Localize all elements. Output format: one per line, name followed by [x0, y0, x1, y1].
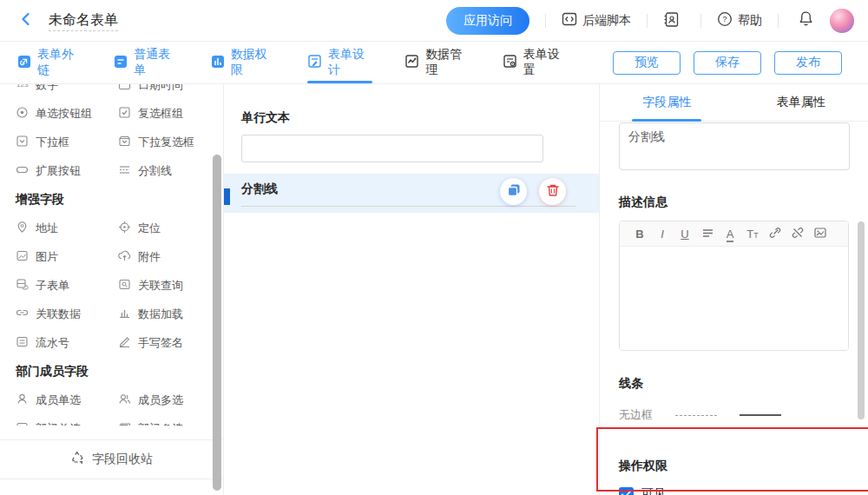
- delete-field-button[interactable]: [539, 178, 566, 205]
- description-heading: 描述信息: [619, 195, 849, 210]
- trash-icon: [546, 183, 560, 201]
- visible-checkbox-row[interactable]: 可见: [619, 486, 849, 495]
- permission-heading: 操作权限: [619, 459, 849, 474]
- nav-item-form-design[interactable]: 表单设计: [307, 42, 376, 83]
- field-type-dept-single[interactable]: 部门单选: [16, 414, 118, 426]
- svg-text:?: ?: [722, 14, 727, 23]
- visible-checkbox[interactable]: [619, 487, 634, 495]
- data-load-icon: [118, 307, 138, 322]
- field-type-datetime[interactable]: 日期时间: [118, 84, 214, 99]
- field-type-serial-number[interactable]: 流水号: [16, 328, 118, 357]
- contacts-button[interactable]: [663, 11, 685, 30]
- field-type-subform[interactable]: 子表单: [16, 271, 118, 300]
- nav-label: 表单外链: [37, 47, 85, 78]
- field-type-divider[interactable]: 分割线: [118, 156, 214, 185]
- canvas-field-text[interactable]: 单行文本: [224, 110, 599, 162]
- line-option-solid[interactable]: [740, 414, 781, 416]
- sidebar-scrollbar[interactable]: [213, 155, 221, 491]
- field-type-image[interactable]: 图片: [16, 242, 118, 271]
- member-multi-icon: [118, 393, 138, 408]
- line-option-none[interactable]: 无边框: [619, 407, 653, 423]
- align-icon[interactable]: [696, 228, 719, 241]
- bar-chart-icon: [211, 55, 231, 71]
- external-link-icon: [17, 55, 37, 71]
- serial-number-icon: [16, 335, 36, 351]
- bold-icon[interactable]: B: [628, 228, 651, 241]
- help-button[interactable]: ? 帮助: [717, 11, 762, 30]
- field-type-linked-data[interactable]: 关联数据: [16, 300, 118, 328]
- address-book-icon: [663, 11, 685, 30]
- number-icon: 123: [16, 84, 36, 93]
- field-type-linked-query[interactable]: 关联查询: [118, 271, 214, 300]
- backend-script-label: 后端脚本: [582, 13, 631, 29]
- field-type-address[interactable]: 地址: [16, 214, 118, 242]
- section-header-dept-member-fields: 部门成员字段: [16, 357, 223, 386]
- field-type-member-multi[interactable]: 成员多选: [118, 386, 214, 414]
- user-avatar[interactable]: [830, 9, 854, 33]
- panel-scrollbar[interactable]: [858, 221, 865, 419]
- copy-field-button[interactable]: [500, 178, 527, 205]
- field-type-multi-dropdown[interactable]: 下拉复选框: [118, 128, 214, 156]
- field-recycle-bin[interactable]: 字段回收站: [0, 439, 223, 479]
- properties-panel: 字段属性 表单属性 分割线 描述信息 B I U A TT: [599, 84, 868, 494]
- nav-item-data-manage[interactable]: 数据管理: [404, 42, 473, 83]
- nav-label: 普通表单: [134, 47, 181, 78]
- field-type-radio-group[interactable]: 单选按钮组: [16, 99, 118, 128]
- back-button[interactable]: [16, 10, 36, 31]
- divider: [778, 14, 779, 28]
- dropdown-icon: [16, 135, 36, 150]
- dept-multi-icon: [118, 421, 138, 426]
- insert-image-icon[interactable]: [809, 227, 832, 241]
- svg-text:123: 123: [16, 84, 29, 89]
- tab-form-properties[interactable]: 表单属性: [734, 84, 868, 121]
- app-access-button[interactable]: 应用访问: [446, 7, 529, 35]
- nav-item-external-link[interactable]: 表单外链: [17, 42, 85, 83]
- publish-button[interactable]: 发布: [774, 51, 842, 75]
- italic-icon[interactable]: I: [651, 228, 674, 241]
- notifications-button[interactable]: [798, 10, 814, 30]
- nav-item-data-permission[interactable]: 数据权限: [211, 42, 279, 83]
- form-settings-icon: [503, 54, 523, 71]
- document-icon: [114, 55, 134, 71]
- linked-data-icon: [16, 307, 36, 322]
- form-title[interactable]: 未命名表单: [49, 12, 118, 31]
- unlink-icon[interactable]: [786, 227, 809, 241]
- recycle-label: 字段回收站: [92, 452, 153, 467]
- nav-item-normal-form[interactable]: 普通表单: [114, 42, 181, 83]
- section-header-enhanced-fields: 增强字段: [16, 185, 223, 214]
- field-type-attachment[interactable]: 附件: [118, 242, 214, 271]
- font-color-icon[interactable]: A: [719, 228, 741, 241]
- field-type-data-load[interactable]: 数据加载: [118, 300, 214, 328]
- save-button[interactable]: 保存: [694, 51, 761, 75]
- field-type-dept-multi[interactable]: 部门多选: [118, 414, 214, 426]
- description-editor-content[interactable]: [620, 247, 848, 350]
- tab-field-properties[interactable]: 字段属性: [600, 84, 734, 121]
- field-title-input[interactable]: 分割线: [619, 122, 850, 170]
- extend-button-icon: [16, 163, 36, 179]
- field-type-checkbox-group[interactable]: 复选框组: [118, 99, 214, 128]
- visible-label: 可见: [641, 486, 666, 495]
- location-icon: [118, 221, 138, 236]
- copy-icon: [507, 183, 521, 201]
- field-type-dropdown[interactable]: 下拉框: [16, 128, 118, 156]
- field-type-signature[interactable]: 手写签名: [118, 328, 214, 357]
- underline-icon[interactable]: U: [674, 228, 696, 241]
- help-label: 帮助: [738, 13, 762, 29]
- line-heading: 线条: [619, 376, 849, 392]
- field-type-extend-button[interactable]: 扩展按钮: [16, 156, 118, 185]
- single-line-text-input[interactable]: [241, 135, 543, 162]
- form-nav-bar: 表单外链 普通表单 数据权限 表单设计 数据管理: [0, 42, 868, 84]
- field-type-location[interactable]: 定位: [118, 214, 214, 242]
- line-option-dashed[interactable]: [675, 415, 717, 416]
- image-field-icon: [16, 249, 36, 265]
- canvas-field-divider-selected[interactable]: 分割线: [224, 174, 599, 213]
- field-type-number[interactable]: 123 数字: [16, 84, 118, 99]
- font-size-icon[interactable]: TT: [741, 228, 764, 241]
- link-icon[interactable]: [764, 227, 786, 241]
- divider: [700, 14, 701, 28]
- nav-item-form-settings[interactable]: 表单设置: [503, 42, 571, 83]
- nav-label: 表单设置: [523, 47, 571, 78]
- preview-button[interactable]: 预览: [613, 51, 681, 75]
- backend-script-button[interactable]: 后端脚本: [562, 11, 631, 30]
- field-type-member-single[interactable]: 成员单选: [16, 386, 118, 414]
